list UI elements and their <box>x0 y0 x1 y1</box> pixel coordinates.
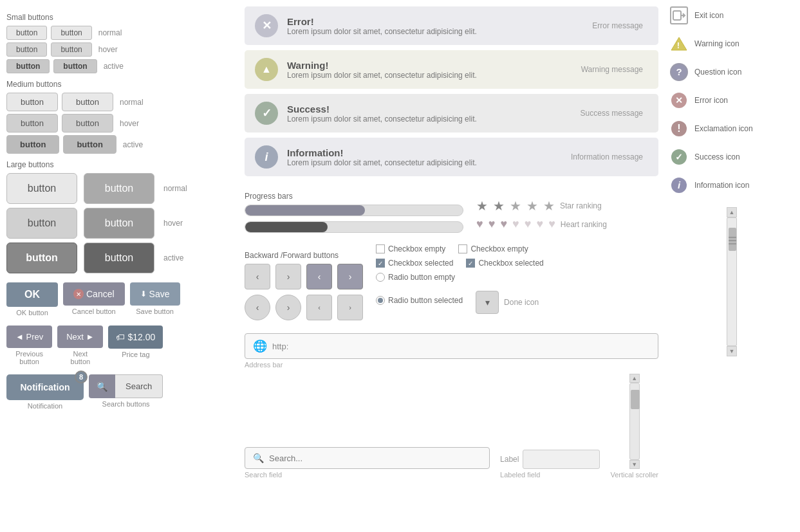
nav-back-btn-1[interactable]: ‹ <box>245 264 270 289</box>
medium-buttons-active-row: button button active <box>6 135 238 154</box>
medium-button-active-1[interactable]: button <box>6 135 59 154</box>
error-alert-text: Lorem ipsum dolor sit amet, consectetur … <box>287 27 583 36</box>
radio-circle-empty[interactable] <box>376 273 385 282</box>
nav-back-round-1[interactable]: ‹ <box>245 295 270 320</box>
nav-forward-small-1[interactable]: › <box>337 295 363 320</box>
done-icon-button[interactable]: ▾ <box>476 291 499 314</box>
medium-button-hover-2[interactable]: button <box>62 114 113 133</box>
star-ranking-row: ★ ★ ★ ★ ★ Star ranking <box>476 198 658 214</box>
right-scroller-down[interactable]: ▼ <box>727 346 737 356</box>
warning-alert-label: Warning message <box>581 65 648 74</box>
save-button-container: ⬇ Save Save button <box>130 282 180 315</box>
checkbox-empty-label-2: Checkbox empty <box>470 244 528 253</box>
large-buttons-title: Large buttons <box>6 160 238 169</box>
right-scroller-track <box>727 217 737 346</box>
nav-btn-row-1: ‹ › ‹ › <box>245 264 363 289</box>
large-button-normal-1[interactable]: button <box>6 173 77 204</box>
notification-badge: 8 <box>75 371 88 383</box>
scroller-thumb[interactable] <box>631 390 640 409</box>
scroller-arrow-up[interactable]: ▲ <box>629 374 640 383</box>
medium-buttons-title: Medium buttons <box>6 80 238 89</box>
checkbox-box-1[interactable] <box>376 244 385 253</box>
success-alert-label: Success message <box>581 109 648 118</box>
nav-forward-btn-1[interactable]: › <box>275 264 301 289</box>
save-button-label: Save button <box>136 307 174 315</box>
scroller-arrow-down[interactable]: ▼ <box>629 460 640 469</box>
svg-rect-0 <box>673 11 681 20</box>
medium-normal-label: normal <box>120 98 144 107</box>
price-button-container: 🏷 $12.00 Price tag <box>108 326 163 358</box>
success-alert-icon: ✓ <box>255 102 278 125</box>
prev-button[interactable]: ◄ Prev <box>6 326 52 348</box>
medium-button-hover-1[interactable]: button <box>6 114 58 133</box>
large-button-active-1[interactable]: button <box>6 243 77 273</box>
small-button-active-2[interactable]: button <box>53 59 97 73</box>
small-button-hover-1[interactable]: button <box>6 42 47 57</box>
search-button-group: 🔍 Search <box>89 374 163 398</box>
progress-bar-2-fill <box>245 222 328 232</box>
nav-forward-round-1[interactable]: › <box>275 295 301 320</box>
notification-button[interactable]: Notification 8 <box>6 374 84 400</box>
right-scroller-up[interactable]: ▲ <box>727 207 737 217</box>
success-alert: ✓ Success! Lorem ipsum dolor sit amet, c… <box>245 94 658 133</box>
bottom-inputs-row: 🔍 Search field Label Labeled field ▲ <box>245 374 658 479</box>
heart-ranking-row: ♥ ♥ ♥ ♥ ♥ ♥ ♥ Heart ranking <box>476 217 658 231</box>
radio-circle-selected[interactable] <box>376 296 385 305</box>
prev-button-container: ◄ Prev Previousbutton <box>6 326 52 365</box>
progress-ranking-section: Progress bars ★ ★ ★ ★ ★ <box>245 185 658 238</box>
warning-alert: ▲ Warning! Lorem ipsum dolor sit amet, c… <box>245 50 658 89</box>
radio-and-done: Radio button selected ▾ Done icon <box>376 287 544 314</box>
search-buttons-label: Search buttons <box>102 400 150 408</box>
medium-button-normal-1[interactable]: button <box>6 93 58 111</box>
nav-back-btn-2[interactable]: ‹ <box>306 264 332 289</box>
heart-1: ♥ <box>476 217 483 231</box>
address-bar-section: 🌐 Address bar <box>245 326 658 369</box>
price-button[interactable]: 🏷 $12.00 <box>108 326 163 349</box>
checkbox-box-3[interactable]: ✓ <box>376 259 385 268</box>
next-button-label: Nextbutton <box>71 350 91 365</box>
nav-back-small-1[interactable]: ‹ <box>306 295 332 320</box>
small-button-hover-2[interactable]: button <box>51 42 91 57</box>
success-alert-content: Success! Lorem ipsum dolor sit amet, con… <box>287 104 572 124</box>
search-input[interactable] <box>269 454 377 463</box>
search-text-button[interactable]: Search <box>115 374 163 398</box>
warning-alert-icon: ▲ <box>255 58 278 81</box>
info-alert-text: Lorem ipsum dolor sit amet, consectetur … <box>287 158 562 167</box>
address-input[interactable] <box>272 342 650 351</box>
search-icon-button[interactable]: 🔍 <box>89 374 115 398</box>
action-buttons-row1: OK OK button ✕ Cancel Cancel button ⬇ Sa… <box>6 282 238 316</box>
error-alert-icon: ✕ <box>255 14 278 37</box>
nav-forward-btn-2[interactable]: › <box>337 264 363 289</box>
address-bar: 🌐 <box>245 333 658 359</box>
small-button-normal-1[interactable]: button <box>6 26 47 40</box>
nav-btn-row-2: ‹ › ‹ › <box>245 295 363 320</box>
svg-text:?: ? <box>676 66 682 77</box>
checkbox-selected-2: ✓ Checkbox selected <box>466 259 543 268</box>
ok-button[interactable]: OK <box>6 282 58 307</box>
exit-icon-label: Exit icon <box>694 11 723 20</box>
nav-buttons-col: Backward /Forward buttons ‹ › ‹ › ‹ › ‹ … <box>245 244 363 326</box>
right-scroller-thumb[interactable] <box>729 228 736 251</box>
large-button-dark-active[interactable]: button <box>84 243 154 273</box>
save-button[interactable]: ⬇ Save <box>130 282 180 306</box>
heart-3: ♥ <box>500 217 507 231</box>
small-buttons-hover-row: button button hover <box>6 42 238 57</box>
large-button-dark-hover[interactable]: button <box>84 208 154 239</box>
labeled-field-label: Label <box>500 455 519 464</box>
small-button-active-1[interactable]: button <box>6 59 50 73</box>
medium-button-active-2[interactable]: button <box>63 135 116 154</box>
large-button-hover-1[interactable]: button <box>6 208 77 239</box>
checkbox-box-4[interactable]: ✓ <box>466 259 475 268</box>
info-alert-label: Information message <box>571 152 648 161</box>
checkbox-box-2[interactable] <box>458 244 467 253</box>
cancel-button[interactable]: ✕ Cancel <box>63 282 125 306</box>
progress-bar-1 <box>245 205 463 216</box>
heart-4: ♥ <box>512 217 519 231</box>
medium-button-normal-2[interactable]: button <box>62 93 113 111</box>
next-button[interactable]: Next ► <box>57 326 103 348</box>
next-button-container: Next ► Nextbutton <box>57 326 103 365</box>
small-button-normal-2[interactable]: button <box>51 26 91 40</box>
large-buttons-active-row: button button active <box>6 243 238 273</box>
large-button-dark-normal[interactable]: button <box>84 173 154 204</box>
heart-5: ♥ <box>525 217 532 231</box>
